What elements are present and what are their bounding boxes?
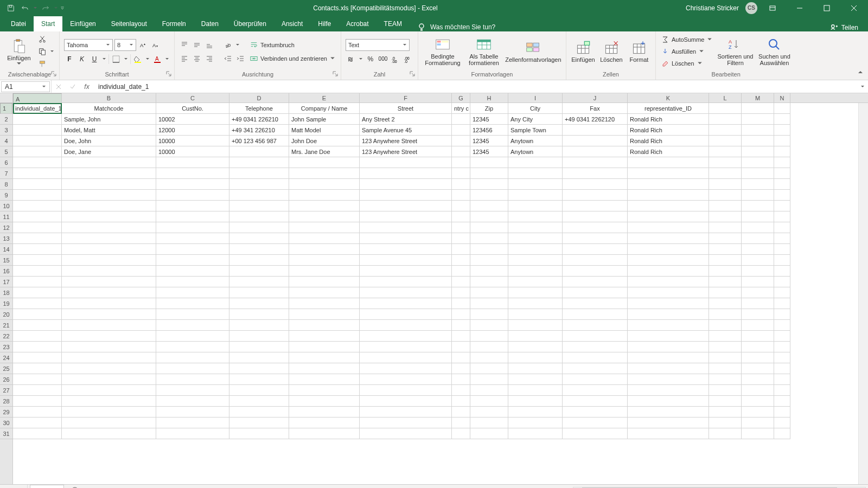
cell[interactable] [563, 211, 628, 222]
cell[interactable] [470, 352, 508, 363]
cell[interactable] [774, 233, 790, 244]
cell[interactable] [508, 222, 563, 233]
formula-input[interactable]: individual_date_1 [94, 83, 857, 91]
cell[interactable] [360, 396, 452, 407]
fill-color-icon[interactable] [132, 54, 143, 65]
cell[interactable] [709, 331, 742, 342]
cell[interactable] [628, 309, 709, 320]
cell[interactable] [229, 255, 289, 266]
cell[interactable] [62, 157, 156, 168]
cell[interactable] [742, 385, 774, 396]
cell[interactable] [62, 342, 156, 352]
cell[interactable] [774, 287, 790, 298]
chevron-down-icon[interactable] [123, 57, 129, 61]
cell[interactable] [289, 418, 360, 428]
cell[interactable] [709, 374, 742, 385]
cell[interactable] [13, 146, 62, 157]
dialog-launcher-icon[interactable] [50, 71, 57, 78]
cell[interactable] [742, 396, 774, 407]
cell[interactable] [452, 266, 470, 277]
cell[interactable] [156, 298, 229, 309]
cell[interactable] [470, 320, 508, 331]
format-cells-button[interactable]: Format [627, 34, 651, 69]
cell[interactable]: +49 0341 226210 [229, 114, 289, 125]
column-header[interactable]: E [289, 93, 360, 102]
cell[interactable] [452, 320, 470, 331]
wrap-text-button[interactable]: Textumbruch [249, 40, 336, 50]
cell[interactable] [774, 418, 790, 428]
percent-icon[interactable]: % [365, 54, 376, 65]
cell[interactable] [229, 222, 289, 233]
cell[interactable] [628, 407, 709, 418]
cell[interactable] [452, 396, 470, 407]
user-name[interactable]: Christiane Stricker [686, 4, 739, 12]
cell[interactable] [360, 331, 452, 342]
cell[interactable] [709, 125, 742, 136]
cell[interactable] [360, 233, 452, 244]
cell[interactable] [470, 277, 508, 287]
cell[interactable] [452, 374, 470, 385]
cell[interactable] [508, 266, 563, 277]
cell[interactable]: Fax [563, 103, 628, 114]
cell[interactable] [774, 385, 790, 396]
cell[interactable] [628, 298, 709, 309]
cell[interactable] [742, 103, 774, 114]
cell[interactable] [452, 201, 470, 211]
save-icon[interactable] [4, 2, 17, 15]
cell[interactable] [360, 298, 452, 309]
cell[interactable] [508, 396, 563, 407]
cell[interactable] [563, 287, 628, 298]
cell[interactable] [742, 298, 774, 309]
tab-hilfe[interactable]: Hilfe [310, 16, 339, 31]
cell[interactable] [628, 168, 709, 179]
dialog-launcher-icon[interactable] [332, 71, 339, 78]
cell[interactable]: Zip [470, 103, 508, 114]
maximize-icon[interactable] [815, 1, 839, 16]
cell[interactable]: individual_date_1 [13, 103, 62, 114]
tab-start[interactable]: Start [34, 16, 62, 31]
cell[interactable] [470, 168, 508, 179]
cell[interactable] [508, 168, 563, 179]
cell[interactable] [360, 201, 452, 211]
align-left-icon[interactable] [179, 53, 190, 64]
cell[interactable] [628, 179, 709, 190]
chevron-down-icon[interactable] [101, 57, 107, 61]
cell-styles-button[interactable]: Zellenformatvorlagen [505, 34, 561, 69]
cell[interactable] [628, 287, 709, 298]
cell[interactable] [13, 190, 62, 201]
cell[interactable] [360, 211, 452, 222]
cell[interactable] [742, 233, 774, 244]
cell[interactable] [229, 407, 289, 418]
cell[interactable] [742, 342, 774, 352]
cell[interactable] [742, 157, 774, 168]
cell[interactable] [229, 277, 289, 287]
cell[interactable] [742, 407, 774, 418]
cell[interactable] [289, 363, 360, 374]
cell[interactable] [229, 233, 289, 244]
cell[interactable] [289, 233, 360, 244]
cell[interactable] [563, 125, 628, 136]
cell[interactable] [563, 277, 628, 287]
cell[interactable] [360, 157, 452, 168]
cell[interactable] [742, 211, 774, 222]
cell[interactable]: 12000 [156, 125, 229, 136]
cell[interactable] [360, 190, 452, 201]
cell[interactable] [13, 168, 62, 179]
vertical-scrollbar[interactable] [858, 103, 868, 484]
cell[interactable] [289, 320, 360, 331]
cell[interactable] [452, 244, 470, 255]
fill-button[interactable]: Ausfüllen [660, 46, 714, 57]
cell[interactable] [508, 211, 563, 222]
cell[interactable] [470, 309, 508, 320]
row-header[interactable]: 5 [0, 146, 12, 157]
row-header[interactable]: 2 [0, 114, 12, 125]
cell[interactable] [360, 179, 452, 190]
cell[interactable] [742, 287, 774, 298]
cell[interactable] [563, 190, 628, 201]
align-top-icon[interactable] [179, 40, 190, 50]
cell[interactable] [709, 190, 742, 201]
cell[interactable] [452, 277, 470, 287]
column-header[interactable]: G [452, 93, 470, 102]
cell[interactable] [563, 136, 628, 146]
share-button[interactable]: Teilen [821, 24, 868, 31]
